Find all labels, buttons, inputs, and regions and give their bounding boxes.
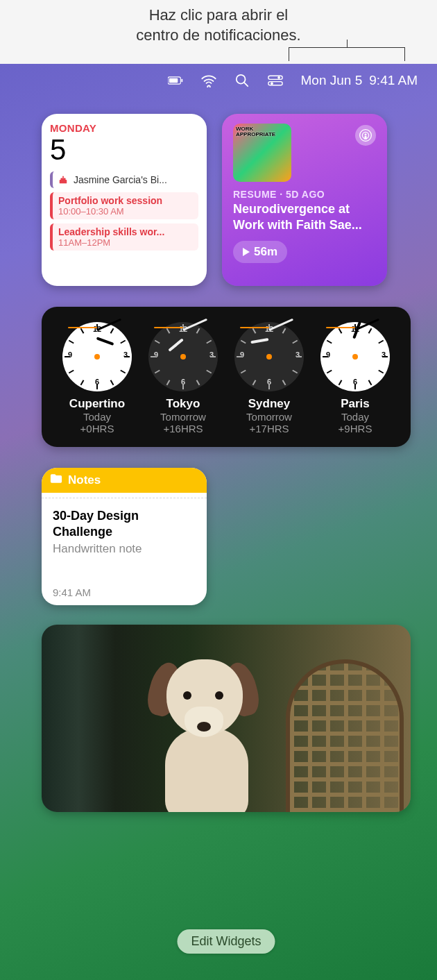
clock-face: 36912 xyxy=(62,322,132,391)
calendar-widget[interactable]: MONDAY 5 Jasmine Garcia's Bi... Portfoli… xyxy=(42,114,207,286)
clock-face: 36912 xyxy=(320,322,390,391)
world-clock-day: Today xyxy=(312,411,398,423)
calendar-event-time: 10:00–10:30 AM xyxy=(58,206,193,217)
podcasts-widget[interactable]: WORK APPROPRIATE RESUME · 5D AGO Neurodi… xyxy=(222,114,387,286)
calendar-event-title: Portfolio work session xyxy=(58,195,193,206)
svg-rect-5 xyxy=(268,76,282,79)
world-clock-offset: +0HRS xyxy=(54,423,140,434)
svg-point-6 xyxy=(277,76,280,79)
world-clock-day: Today xyxy=(54,411,140,423)
podcast-play-button[interactable]: 56m xyxy=(233,241,287,263)
podcasts-app-icon xyxy=(355,125,376,146)
notes-app-label: Notes xyxy=(68,473,101,487)
svg-rect-2 xyxy=(181,79,182,82)
world-clock-city: Tokyo xyxy=(140,397,226,411)
calendar-event-time: 11AM–12PM xyxy=(58,237,193,248)
menubar-date: Mon Jun 5 xyxy=(301,73,363,88)
photo-subject-dog xyxy=(146,652,271,812)
notes-time: 9:41 AM xyxy=(53,586,196,598)
menubar-datetime[interactable]: Mon Jun 5 9:41 AM xyxy=(301,73,418,88)
annotation-bracket xyxy=(289,47,405,61)
annotation-text: Haz clic para abrir el centro de notific… xyxy=(0,0,437,48)
calendar-day-name: MONDAY xyxy=(50,122,198,134)
world-clock-item: 36912SydneyTomorrow+17HRS xyxy=(226,322,312,434)
podcast-title: Neurodivergence at Work with Faith Sae..… xyxy=(233,201,376,233)
clock-face: 36912 xyxy=(148,322,218,391)
world-clock-offset: +16HRS xyxy=(140,423,226,434)
wifi-icon[interactable] xyxy=(201,73,216,88)
podcast-duration: 56m xyxy=(254,245,277,259)
svg-rect-11 xyxy=(62,176,64,178)
world-clock-offset: +17HRS xyxy=(226,423,312,434)
notes-widget[interactable]: Notes 30-Day Design Challenge Handwritte… xyxy=(42,468,207,605)
birthday-icon xyxy=(58,175,68,185)
svg-rect-1 xyxy=(169,78,177,83)
world-clock-day: Tomorrow xyxy=(226,411,312,423)
folder-icon xyxy=(50,473,62,487)
svg-point-8 xyxy=(271,82,273,85)
calendar-day-number: 5 xyxy=(50,135,198,164)
svg-point-14 xyxy=(365,133,367,135)
calendar-event-title: Jasmine Garcia's Bi... xyxy=(74,174,167,185)
edit-widgets-button[interactable]: Edit Widgets xyxy=(177,929,275,954)
spotlight-search-icon[interactable] xyxy=(234,73,250,88)
photos-widget[interactable] xyxy=(42,625,411,812)
photo-chair xyxy=(286,659,404,812)
calendar-event: Jasmine Garcia's Bi... xyxy=(50,171,198,188)
svg-rect-7 xyxy=(268,82,282,85)
world-clock-offset: +9HRS xyxy=(312,423,398,434)
calendar-event: Portfolio work session 10:00–10:30 AM xyxy=(50,192,198,219)
notification-center-background: Mon Jun 5 9:41 AM MONDAY 5 Jasmine Garci… xyxy=(0,64,437,980)
world-clock-item: 36912ParisToday+9HRS xyxy=(312,322,398,434)
calendar-event: Leadership skills wor... 11AM–12PM xyxy=(50,223,198,251)
world-clock-widget[interactable]: 36912CupertinoToday+0HRS36912TokyoTomorr… xyxy=(42,307,411,447)
world-clock-item: 36912CupertinoToday+0HRS xyxy=(54,322,140,434)
clock-face: 36912 xyxy=(234,322,304,391)
battery-icon[interactable] xyxy=(168,73,183,88)
notes-header: Notes xyxy=(42,468,207,493)
podcast-meta: RESUME · 5D AGO xyxy=(233,189,376,200)
calendar-event-title: Leadership skills wor... xyxy=(58,226,193,237)
svg-line-4 xyxy=(244,83,248,86)
menubar-time: 9:41 AM xyxy=(369,73,418,88)
notes-subtitle: Handwritten note xyxy=(53,542,196,556)
play-icon xyxy=(243,248,250,256)
world-clock-city: Cupertino xyxy=(54,397,140,411)
world-clock-city: Sydney xyxy=(226,397,312,411)
svg-rect-10 xyxy=(61,178,66,180)
control-center-icon[interactable] xyxy=(268,73,283,88)
world-clock-item: 36912TokyoTomorrow+16HRS xyxy=(140,322,226,434)
notes-divider xyxy=(42,493,207,498)
podcast-artwork: WORK APPROPRIATE xyxy=(233,124,291,182)
world-clock-day: Tomorrow xyxy=(140,411,226,423)
menubar: Mon Jun 5 9:41 AM xyxy=(0,64,437,97)
world-clock-city: Paris xyxy=(312,397,398,411)
notes-title: 30-Day Design Challenge xyxy=(53,508,196,539)
